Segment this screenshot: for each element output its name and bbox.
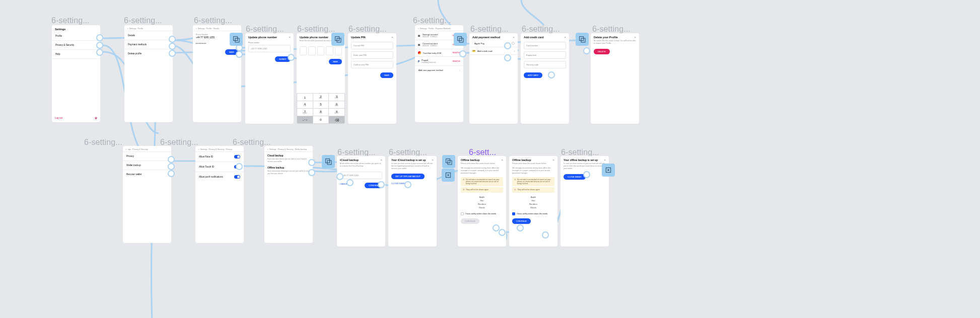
swap-instance-icon[interactable] [442,155,455,168]
screen-offline-backup-2[interactable]: Offline backup× Please write down the wo… [509,156,557,247]
row-wallet-backup[interactable]: Wallet backup› [123,161,171,170]
add-payment-row[interactable]: Add new payment method› [415,66,463,74]
card-number-input[interactable]: Card number [524,42,566,49]
key-8[interactable]: 8TUV [313,109,329,116]
screen-update-phone-2[interactable]: Update phone number× Enter the one-time … [297,33,345,124]
breadcrumb[interactable]: ‹Settings · Profile · Details [193,25,241,31]
back-icon[interactable]: ‹ [127,27,128,30]
flow-handle[interactable] [404,181,411,188]
flow-handle[interactable] [96,42,103,49]
confirm-checkbox-row[interactable]: I have safely written down the words [458,211,506,217]
flow-handle[interactable] [168,163,175,170]
screen-settings-root[interactable]: Settings Profile Privacy & Security Help… [52,25,100,122]
checkbox-checked[interactable] [512,212,515,215]
row-help[interactable]: Help [52,50,100,59]
logout-row[interactable]: Log out ⏻ [55,116,97,119]
phone-input[interactable]: +44 77 9295 1255 [248,45,291,52]
toggle-on[interactable] [234,155,240,158]
flow-handle[interactable] [168,156,175,163]
flow-handle[interactable] [96,34,103,41]
current-pin-input[interactable]: Current PIN [351,42,393,49]
flow-handle[interactable] [583,171,590,178]
back-icon[interactable]: ‹ [196,27,197,30]
save-button[interactable]: SAVE [380,72,393,78]
breadcrumb[interactable]: ‹Settings · Profile [124,25,173,31]
screen-icloud-backup[interactable]: iCloud backup× A link will be sent to th… [337,156,385,247]
delete-button[interactable]: DELETE [594,49,610,54]
swap-instance-icon[interactable] [454,33,467,46]
flow-handle[interactable] [288,54,295,61]
flow-handle[interactable] [336,173,343,180]
back-icon[interactable]: ‹ [126,148,127,150]
flow-handle[interactable] [308,169,315,176]
numeric-keypad[interactable]: 1 2ABC 3DEF 4GHI 5JKL 6MNO 7PQRS 8TUV 9W… [297,93,345,124]
breadcrumb[interactable]: ‹Settings · Privacy & Security · Wallet … [264,146,313,152]
flow-handle[interactable] [548,71,555,78]
save-button[interactable]: SAVE [329,59,342,64]
row-recover-wallet[interactable]: Recover wallet› [123,170,171,179]
flow-handle[interactable] [378,181,385,188]
screen-add-card[interactable]: Add credit card× Card number Expiry date… [521,33,569,124]
flow-handle[interactable] [346,179,354,186]
close-icon[interactable]: × [391,36,393,39]
screen-delete-profile[interactable]: Delete your Profile× Be aware that this … [591,33,639,124]
flow-handle[interactable] [517,224,524,231]
row-profile[interactable]: Profile [52,32,100,41]
flow-handle[interactable] [169,50,176,57]
new-pin-input[interactable]: Enter new PIN [351,51,393,59]
card-row[interactable]: Card that ends 4218 REMOVE [415,49,463,57]
key-2[interactable]: 2ABC [313,94,329,101]
flow-handle[interactable] [236,163,243,170]
flow-handle[interactable] [542,231,549,238]
row-payment-methods[interactable]: Payment methods [124,40,173,49]
screen-privacy-security[interactable]: ‹ngs · Privacy & Security Privacy Wallet… [123,146,171,243]
key-5[interactable]: 5JKL [313,101,329,108]
toggle-push[interactable]: Allow push notifications [195,172,244,182]
flow-handle[interactable] [504,42,511,49]
flow-handle[interactable] [499,229,506,236]
key-3[interactable]: 3DEF [329,94,344,101]
close-icon[interactable]: × [289,36,291,39]
toggle-on[interactable] [234,175,240,179]
flow-handle[interactable] [169,36,176,43]
key-backspace[interactable]: ⌫ [329,116,344,123]
breadcrumb[interactable]: ‹ngs · Privacy & Security [123,146,171,152]
key-0[interactable]: 0 [313,116,329,123]
flow-handle[interactable] [96,49,103,56]
row-details[interactable]: Details [124,31,173,40]
close-action-icon[interactable] [442,169,455,182]
close-sheet-link[interactable]: CLOSE SHEET [391,182,406,185]
screen-icloud-done[interactable]: Your iCloud backup is set up× In case yo… [388,156,437,247]
paypal-row[interactable]: P Paypal example@mail.com REMOVE [415,57,463,66]
key-9[interactable]: 9WXYZ [329,109,344,116]
close-icon[interactable]: × [634,36,636,39]
flow-handle[interactable] [583,47,590,54]
swap-instance-icon[interactable] [331,33,344,46]
screen-update-pin[interactable]: Update PIN× Current PIN Enter new PIN Co… [348,33,396,124]
cvc-input[interactable]: Security code [524,61,566,68]
offline-backup-heading[interactable]: Offline backup [264,164,313,170]
otp-input-group[interactable] [297,44,345,57]
back-icon[interactable]: ‹ [198,148,199,150]
add-card-button[interactable]: ADD CARD [524,72,542,78]
flow-handle[interactable] [169,43,176,50]
breadcrumb[interactable]: ‹Settings · Privacy & Security · Privacy [195,146,244,152]
flow-handle[interactable] [308,159,315,166]
key-6[interactable]: 6MNO [329,101,344,108]
swap-instance-icon[interactable] [576,33,589,46]
close-icon[interactable]: × [552,158,554,162]
back-icon[interactable]: ‹ [418,27,419,30]
row-delete-profile[interactable]: Delete profile [124,49,173,58]
screen-profile[interactable]: ‹Settings · Profile Details Payment meth… [124,25,173,122]
checkbox-unchecked[interactable] [461,212,464,215]
option-credit-card[interactable]: 💳 Add credit card › [469,47,518,55]
phone-input[interactable]: +44 77 9295 1255 [340,172,382,179]
screen-update-phone-1[interactable]: Update phone number× Phone number +44 77… [245,33,294,124]
key-symbols[interactable]: + * # [297,116,313,123]
swap-instance-icon[interactable] [322,155,335,168]
close-icon[interactable]: × [513,36,515,39]
confirm-checkbox-row[interactable]: I have safely written down the words [509,211,557,217]
close-sheet-button[interactable]: CLOSE SHEET [564,174,586,180]
flow-handle[interactable] [504,54,511,61]
swap-instance-icon[interactable] [230,33,243,46]
